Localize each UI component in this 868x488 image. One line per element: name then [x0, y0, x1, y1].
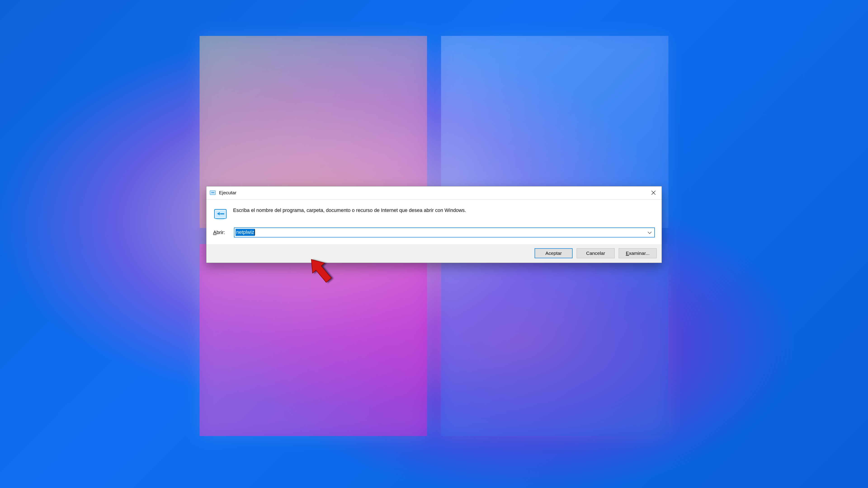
accept-label: Aceptar — [546, 251, 562, 256]
svg-rect-2 — [213, 192, 214, 193]
dialog-body: Escriba el nombre del programa, carpeta,… — [206, 199, 662, 227]
window-title: Ejecutar — [219, 190, 645, 195]
accept-button[interactable]: Aceptar — [535, 248, 572, 258]
open-label: Abrir: — [213, 230, 229, 235]
cancel-label: Cancelar — [586, 251, 605, 256]
logo-pane — [441, 244, 669, 436]
browse-button[interactable]: Examinar... — [619, 248, 657, 258]
close-button[interactable] — [645, 186, 662, 199]
browse-label: Examinar... — [626, 251, 649, 256]
titlebar[interactable]: Ejecutar — [206, 186, 662, 199]
cancel-button[interactable]: Cancelar — [577, 248, 615, 258]
open-input-value[interactable]: netplwiz — [236, 229, 255, 236]
dialog-description: Escriba el nombre del programa, carpeta,… — [233, 206, 466, 221]
dropdown-button[interactable] — [648, 230, 652, 235]
chevron-down-icon — [648, 231, 652, 234]
button-row: Aceptar Cancelar Examinar... — [206, 244, 662, 263]
open-combobox[interactable]: netplwiz — [234, 228, 655, 237]
run-dialog: Ejecutar Escriba el nombre del programa,… — [206, 186, 662, 263]
run-title-icon — [210, 190, 216, 196]
open-row: Abrir: netplwiz — [206, 227, 662, 244]
close-icon — [651, 191, 655, 195]
logo-pane — [199, 244, 427, 436]
run-body-icon — [213, 207, 228, 221]
svg-rect-5 — [220, 213, 224, 215]
